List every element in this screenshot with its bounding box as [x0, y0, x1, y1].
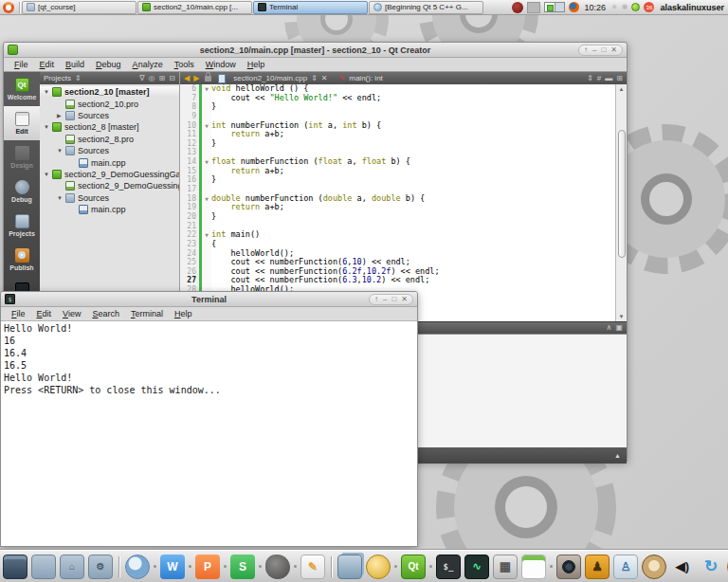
code-line[interactable]: 8} — [180, 102, 615, 112]
tree-expand-icon[interactable]: ▼ — [57, 148, 65, 154]
code-line[interactable]: 11 return a+b; — [180, 130, 615, 139]
close-icon[interactable]: ✕ — [401, 296, 408, 303]
maximize-icon[interactable]: □ — [391, 296, 396, 303]
workspace-pager[interactable] — [544, 2, 565, 12]
taskbar-window-button[interactable]: [qt_course] — [22, 1, 136, 14]
robot-app[interactable]: ♙ — [613, 555, 638, 579]
tree-item[interactable]: ▼section2_9_DemoGuessingGame [master] — [40, 169, 179, 180]
folder-home[interactable]: ⌂ — [60, 555, 84, 579]
tree-item[interactable]: ▼Sources — [40, 192, 179, 204]
minimize-icon[interactable]: – — [592, 46, 596, 54]
calendar[interactable] — [521, 555, 546, 579]
menu-window[interactable]: Window — [201, 59, 241, 70]
collapse-output-icon[interactable]: ∧ — [607, 324, 612, 332]
terminal-titlebar[interactable]: $ Terminal ↑ – □ ✕ — [1, 292, 417, 307]
code-editor[interactable]: 6▼void helloWorld () {7 cout << "Hello W… — [180, 84, 627, 321]
mode-projects[interactable]: Projects — [4, 209, 40, 243]
go-forward-icon[interactable]: ▶ — [193, 74, 199, 82]
code-line[interactable]: 16} — [180, 175, 615, 185]
terminal-menu-terminal[interactable]: Terminal — [126, 308, 168, 319]
menu-debug[interactable]: Debug — [91, 59, 126, 70]
maximize-icon[interactable]: □ — [601, 46, 606, 54]
shade-icon[interactable]: ↑ — [374, 296, 378, 303]
panel-combo-icon[interactable]: ⇕ — [75, 75, 82, 82]
fold-marker-icon[interactable]: ▼ — [202, 157, 211, 167]
mode-design[interactable]: Design — [4, 140, 40, 174]
text-editor[interactable]: ✎ — [300, 555, 325, 579]
file-dropdown-arrows-icon[interactable]: ⇕ — [311, 75, 318, 82]
mode-welcome[interactable]: QtWelcome — [4, 72, 40, 106]
code-area[interactable]: 6▼void helloWorld () {7 cout << "Hello W… — [180, 84, 615, 321]
tree-expand-icon[interactable]: ▼ — [44, 124, 52, 130]
maximize-output-icon[interactable]: ▣ — [615, 324, 623, 332]
chess-app[interactable]: ♟ — [585, 555, 610, 579]
code-line[interactable]: 15 return a+b; — [180, 167, 615, 176]
scrollbar-thumb[interactable] — [618, 130, 626, 258]
tree-expand-icon[interactable]: ▼ — [44, 172, 52, 177]
code-line[interactable]: 22▼int main() — [180, 230, 615, 240]
shade-icon[interactable]: ↑ — [584, 46, 588, 54]
show-desktop[interactable] — [3, 555, 27, 579]
code-line[interactable]: 20} — [180, 212, 615, 222]
projects-header-label[interactable]: Projects — [44, 74, 71, 82]
line-number-icon[interactable]: # — [597, 75, 601, 82]
split-panel-icon[interactable]: ⊞ — [159, 75, 166, 82]
mode-debug[interactable]: Debug — [4, 174, 40, 209]
menu-analyze[interactable]: Analyze — [128, 59, 168, 70]
firefox-tray-icon[interactable] — [569, 2, 579, 12]
scroll-down-icon[interactable]: ▼ — [619, 312, 625, 321]
open-file-dropdown[interactable]: section2_10/main.cpp — [229, 74, 307, 82]
fold-marker-icon[interactable]: ▼ — [202, 230, 211, 240]
close-icon[interactable]: ✕ — [610, 46, 617, 54]
system-monitor[interactable]: ∿ — [464, 555, 489, 579]
qtcreator-titlebar[interactable]: section2_10/main.cpp [master] - section2… — [4, 43, 627, 58]
folder-settings[interactable]: ⚙ — [88, 555, 113, 579]
refresh[interactable]: ↻ — [699, 555, 723, 579]
minimize-toolbar-icon[interactable]: ▬ — [605, 75, 612, 82]
taskbar-window-button[interactable]: Terminal — [253, 1, 368, 14]
mode-publish[interactable]: Publish — [4, 243, 40, 277]
volume[interactable]: ◀) — [670, 555, 695, 579]
tree-item[interactable]: ▼section2_10 [master] — [40, 86, 179, 98]
notification-badge[interactable]: 36 — [644, 2, 654, 12]
taskbar-window-button[interactable]: section2_10/main.cpp [... — [137, 1, 252, 14]
qt-creator[interactable]: Qt — [401, 555, 426, 579]
genie-lamp[interactable] — [366, 555, 391, 579]
clock[interactable]: 10:26 — [583, 3, 609, 12]
tree-expand-icon[interactable]: ▼ — [57, 195, 65, 201]
terminal-menu-edit[interactable]: Edit — [32, 308, 57, 319]
tree-item[interactable]: section2_8.pro — [40, 134, 179, 145]
tree-expand-icon[interactable]: ▼ — [44, 89, 52, 95]
menu-help[interactable]: Help — [243, 59, 270, 70]
terminal-menu-file[interactable]: File — [7, 308, 30, 319]
menu-tools[interactable]: Tools — [170, 59, 199, 70]
terminal-app[interactable]: $_ — [436, 555, 461, 579]
tree-expand-icon[interactable]: ▶ — [57, 112, 65, 118]
tray-app-icon[interactable] — [512, 2, 523, 13]
go-back-icon[interactable]: ◀ — [184, 74, 190, 82]
gimp[interactable] — [265, 555, 290, 579]
minimize-icon[interactable]: – — [383, 296, 387, 303]
tree-item[interactable]: section2_9_DemoGuessingGame.pro — [40, 180, 179, 191]
tree-item[interactable]: main.cpp — [40, 156, 179, 168]
calculator[interactable]: ▦ — [493, 555, 518, 579]
expand-statusbar-icon[interactable]: ▲ — [614, 452, 621, 459]
terminal-output[interactable]: Hello World!1616.416.5Hello World!Press … — [1, 321, 417, 546]
wps-spreadsheets[interactable]: S — [230, 555, 255, 579]
file-manager[interactable] — [31, 555, 56, 579]
fold-marker-icon[interactable]: ▼ — [202, 84, 211, 94]
filter-icon[interactable]: ∇ — [139, 75, 144, 82]
menu-edit[interactable]: Edit — [35, 59, 60, 70]
sync-icon[interactable]: ◎ — [149, 75, 155, 82]
tree-item[interactable]: section2_10.pro — [40, 98, 179, 109]
terminal-menu-search[interactable]: Search — [87, 308, 124, 319]
code-line[interactable]: 12} — [180, 139, 615, 149]
camera[interactable] — [556, 555, 581, 579]
chromium[interactable] — [125, 555, 150, 579]
tree-item[interactable]: main.cpp — [40, 204, 179, 215]
terminal-menu-help[interactable]: Help — [170, 308, 197, 319]
menu-build[interactable]: Build — [61, 59, 89, 70]
window-copy[interactable] — [337, 555, 362, 579]
close-panel-icon[interactable]: ⊟ — [169, 75, 175, 82]
editor-scrollbar[interactable]: ▲ ▼ — [615, 84, 627, 321]
